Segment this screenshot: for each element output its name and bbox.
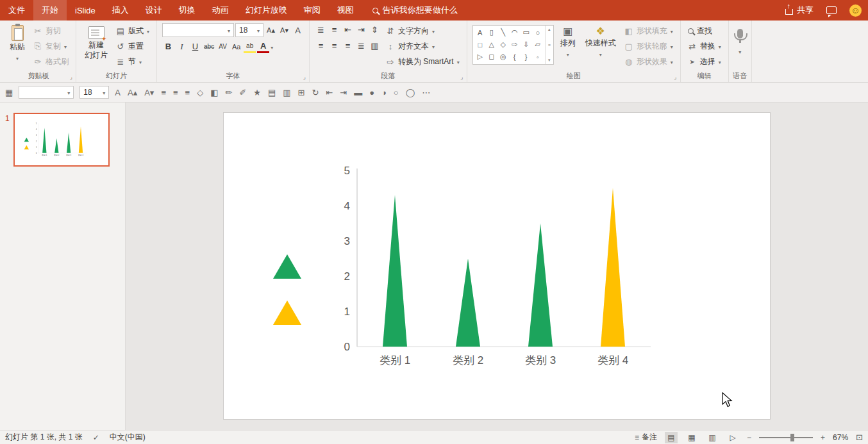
slide-canvas[interactable]: 012345类别 1类别 2类别 3类别 4 (223, 112, 771, 420)
circle-half-icon[interactable]: ◑ (381, 88, 387, 97)
align-left-button[interactable] (315, 39, 327, 53)
shape-option-icon[interactable]: ◻ (486, 51, 497, 63)
fit-to-window-button[interactable] (856, 432, 863, 442)
pen-icon[interactable]: ✏ (225, 88, 232, 97)
shape-option-icon[interactable]: ▱ (532, 38, 544, 51)
pencil-icon[interactable]: ✐ (239, 88, 246, 97)
dialog-launcher-icon[interactable] (67, 74, 74, 81)
align-right-icon[interactable]: ≡ (185, 88, 190, 97)
tab-animations[interactable]: 动画 (204, 0, 237, 21)
increase-font-size-button[interactable] (265, 24, 277, 37)
slide-sorter-view-button[interactable] (685, 432, 698, 443)
scroll-up-icon[interactable] (548, 27, 551, 32)
change-case-button[interactable] (230, 40, 242, 53)
reset-button[interactable]: 重置 (114, 38, 151, 54)
reading-view-button[interactable] (706, 432, 719, 443)
select-button[interactable]: 选择 (686, 54, 723, 69)
increase-indent-button[interactable] (355, 23, 367, 37)
fill-color-icon[interactable]: ◧ (210, 88, 218, 97)
shape-outline-button[interactable]: 形状轮廓 (622, 38, 675, 54)
star-effect-icon[interactable]: ★ (253, 88, 261, 97)
shape-option-icon[interactable]: ◠ (509, 26, 521, 38)
dialog-launcher-icon[interactable] (672, 74, 679, 81)
cut-button[interactable]: 剪切 (31, 23, 71, 38)
shape-option-icon[interactable]: □ (474, 38, 486, 51)
decrease-font-size-button[interactable] (278, 24, 290, 37)
zoom-percentage[interactable]: 67% (833, 433, 848, 442)
shape-option-icon[interactable]: ◦ (532, 51, 544, 63)
shape-edit-icon[interactable]: ◇ (197, 88, 203, 97)
columns-button[interactable] (369, 39, 381, 53)
tab-review[interactable]: 审阅 (296, 0, 329, 21)
comments-icon[interactable] (826, 6, 837, 14)
gallery-more-icon[interactable] (548, 43, 551, 47)
tab-slideshow[interactable]: 幻灯片放映 (237, 0, 296, 21)
distribute-icon[interactable]: ▬ (354, 88, 362, 97)
more-icon[interactable]: ⋯ (422, 88, 430, 97)
bullets-button[interactable] (315, 23, 327, 37)
replace-button[interactable]: 替换 (686, 38, 723, 54)
cells-icon[interactable]: ▥ (283, 88, 290, 97)
ellipse-icon[interactable]: ◯ (406, 88, 415, 97)
new-slide-button[interactable]: 新建 幻灯片 (81, 23, 111, 69)
font-color-icon[interactable]: A (115, 88, 121, 97)
cone-chart[interactable]: 012345类别 1类别 2类别 3类别 4 (224, 113, 771, 420)
tab-view[interactable]: 视图 (329, 0, 362, 21)
shape-option-icon[interactable]: ▯ (486, 26, 497, 38)
highlight-color-button[interactable] (244, 40, 256, 53)
dictate-button[interactable] (734, 23, 746, 69)
normal-view-button[interactable] (665, 432, 678, 443)
shape-option-icon[interactable]: ▭ (521, 26, 532, 38)
bold-button[interactable] (162, 40, 174, 53)
arrange-button[interactable]: 排列 (557, 23, 579, 69)
shape-option-icon[interactable]: ⇩ (521, 38, 532, 51)
dialog-launcher-icon[interactable] (458, 74, 465, 81)
copy-button[interactable]: 复制 (31, 38, 71, 54)
shape-option-icon[interactable]: ⇨ (509, 38, 521, 51)
align-left-icon[interactable]: ≡ (161, 88, 166, 97)
justify-button[interactable] (355, 39, 367, 53)
notes-toggle[interactable]: 备注 (635, 432, 657, 443)
tab-insert[interactable]: 插入 (104, 0, 137, 21)
decrease-font-icon[interactable]: A▾ (144, 88, 154, 97)
underline-button[interactable] (189, 40, 201, 53)
tab-islide[interactable]: iSlide (67, 0, 104, 21)
slideshow-button[interactable] (726, 432, 739, 443)
tell-me-search[interactable]: 告诉我你想要做什么 (365, 0, 465, 21)
numbering-button[interactable] (328, 23, 340, 37)
character-spacing-button[interactable] (217, 40, 229, 53)
shape-effects-button[interactable]: 形状效果 (622, 54, 675, 69)
shape-option-icon[interactable]: A (474, 26, 486, 38)
clear-formatting-button[interactable] (292, 24, 304, 37)
align-objects-left-icon[interactable]: ⇤ (326, 88, 333, 97)
grid-icon[interactable]: ⊞ (298, 88, 305, 97)
dialog-launcher-icon[interactable] (301, 74, 308, 81)
align-objects-right-icon[interactable]: ⇥ (340, 88, 347, 97)
increase-font-icon[interactable]: A▴ (128, 88, 137, 97)
zoom-slider-thumb[interactable] (790, 434, 794, 441)
shape-option-icon[interactable]: △ (486, 38, 497, 51)
shape-option-icon[interactable]: ◇ (497, 38, 509, 51)
shape-option-icon[interactable]: { (509, 51, 521, 63)
decrease-indent-button[interactable] (342, 23, 354, 37)
zoom-in-button[interactable] (821, 433, 825, 442)
font-name-select[interactable] (162, 23, 234, 37)
shape-fill-button[interactable]: 形状填充 (622, 23, 675, 38)
quick-styles-button[interactable]: 快速样式 (582, 23, 619, 69)
shape-option-icon[interactable]: ◎ (497, 51, 509, 63)
zoom-slider[interactable] (759, 433, 813, 442)
text-direction-button[interactable]: 文字方向 (384, 23, 462, 38)
quick-font-name-select[interactable] (19, 86, 74, 99)
strikethrough-button[interactable] (203, 40, 215, 53)
rotate-icon[interactable]: ↻ (312, 88, 319, 97)
circle-filled-icon[interactable]: ● (369, 88, 374, 97)
placeholder-icon[interactable] (5, 88, 13, 97)
shape-option-icon[interactable]: } (521, 51, 532, 63)
gallery-scrollbar[interactable] (545, 26, 553, 64)
align-right-button[interactable] (342, 39, 354, 53)
share-button[interactable]: 共享 (785, 4, 814, 16)
tab-transitions[interactable]: 切换 (171, 0, 204, 21)
tab-home[interactable]: 开始 (33, 0, 67, 21)
scroll-down-icon[interactable] (548, 58, 551, 63)
table-icon[interactable]: ▤ (268, 88, 276, 97)
